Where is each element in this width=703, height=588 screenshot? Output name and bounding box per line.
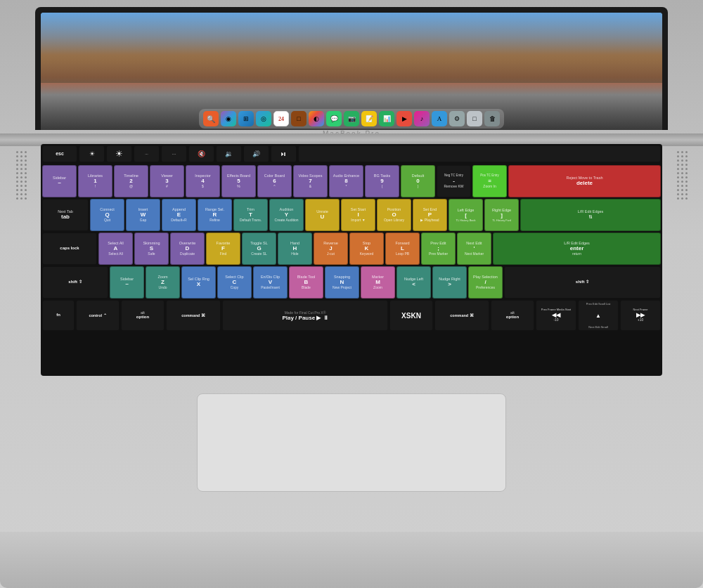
key-5[interactable]: Effects Board 5 %	[221, 165, 256, 197]
dock-icon-photos[interactable]: ◐	[309, 111, 324, 126]
key-slash[interactable]: Play Selection / Preferences	[468, 266, 503, 299]
dock-icon-launchpad[interactable]: ⊞	[238, 111, 254, 126]
speaker-right	[668, 148, 696, 358]
key-esc[interactable]: esc	[42, 145, 77, 162]
key-1[interactable]: Libraries 1 !	[78, 165, 112, 197]
key-l[interactable]: Forward L Loop PB	[385, 233, 420, 265]
key-r[interactable]: Range Sel. R Refine	[198, 199, 232, 231]
key-x[interactable]: Sel Clip Rng X	[181, 266, 216, 299]
trackpad[interactable]	[197, 393, 506, 492]
key-3[interactable]: Viewer 3 #	[150, 165, 184, 197]
key-prev-edit[interactable]: Prev Edit Scroll List ▲ Next Edit Small	[578, 300, 619, 331]
key-prev-frame[interactable]: Prev Frame Media Start ◀◀ -10	[536, 300, 576, 331]
dock-icon-calendar[interactable]: 24	[273, 111, 289, 126]
key-k[interactable]: Stop K Keyword	[349, 233, 384, 265]
screen: 🔍 ◉ ⊞ ◎ 24 □ ◐ 💬 📷 📝 📊 ▶ ♪ A ⚙ □ 🗑	[35, 7, 668, 130]
key-w[interactable]: Insert W Gap	[126, 199, 160, 231]
key-delete[interactable]: Reject Move to Trash delete	[508, 165, 661, 197]
key-d[interactable]: Overwrite D Duplicate	[170, 233, 205, 265]
key-brightness-down[interactable]: ☀	[79, 145, 105, 162]
key-4[interactable]: Inspector 4 $	[186, 165, 220, 197]
key-bracket-right[interactable]: Right Edge ] TL History Fwd	[484, 199, 519, 231]
key-launchpad[interactable]: ····	[161, 145, 187, 162]
key-b[interactable]: Blade Tool B Blade	[289, 266, 323, 299]
key-control[interactable]: control ⌃	[76, 300, 120, 331]
key-p[interactable]: Set End P ▶ Playhead	[413, 199, 447, 231]
dock-icon-finder[interactable]: 🔍	[203, 111, 219, 126]
dock-icon-trash[interactable]: 🗑	[484, 111, 500, 126]
key-e[interactable]: Append E Default+R	[162, 199, 196, 231]
key-spacebar[interactable]: Made for Final Cut Pro X® Play / Pause ▶…	[222, 300, 388, 331]
key-comma[interactable]: Nudge Left <	[396, 266, 431, 299]
key-n[interactable]: Snapping N New Project	[325, 266, 359, 299]
key-tilde[interactable]: Sidebar ~	[42, 165, 77, 197]
key-play-pause-fn[interactable]: ⏯	[271, 145, 297, 162]
speaker-left	[7, 148, 35, 358]
key-vol-down[interactable]: 🔉	[216, 145, 242, 162]
dock-icon-siri[interactable]: ◉	[221, 111, 236, 126]
key-option-left[interactable]: alt option	[121, 300, 165, 331]
dock-icon-appstore[interactable]: A	[432, 111, 447, 126]
key-j[interactable]: Reverse J J-cut	[314, 233, 348, 265]
key-6[interactable]: Color Board 6 ^	[257, 165, 292, 197]
key-tilde-shift[interactable]: Sidebar ~	[110, 266, 144, 299]
key-mute[interactable]: 🔇	[188, 145, 214, 162]
key-bracket-left[interactable]: Left Edge [ TL History Back	[449, 199, 483, 231]
key-enter[interactable]: L/R Edit Edges enter return	[493, 233, 661, 265]
laptop: 🔍 ◉ ⊞ ◎ 24 □ ◐ 💬 📷 📝 📊 ▶ ♪ A ⚙ □ 🗑 MacBo…	[0, 0, 703, 588]
dock-icon-finder2[interactable]: □	[467, 111, 482, 126]
key-9[interactable]: BG Tasks 9 (	[365, 165, 399, 197]
key-7[interactable]: Video Scopes 7 &	[293, 165, 328, 197]
key-touchbar-area	[298, 145, 661, 162]
dock-icon-numbers[interactable]: 📊	[379, 111, 394, 126]
key-semicolon[interactable]: Prev Edit ; Prev Marker	[421, 233, 456, 265]
key-shift-left[interactable]: shift ⇧	[42, 266, 108, 299]
key-8[interactable]: Audio Enhance 8 *	[329, 165, 363, 197]
wallpaper: 🔍 ◉ ⊞ ◎ 24 □ ◐ 💬 📷 📝 📊 ▶ ♪ A ⚙ □ 🗑	[41, 13, 662, 130]
key-g[interactable]: Toggle SL G Create SL	[242, 233, 276, 265]
key-t[interactable]: Trim T Default Trans.	[233, 199, 268, 231]
key-tab[interactable]: Next Tab tab	[42, 199, 89, 231]
key-h[interactable]: Hand H Hide	[278, 233, 312, 265]
key-f[interactable]: Favorite F Find	[206, 233, 240, 265]
key-q[interactable]: Connect Q Quit	[90, 199, 124, 231]
key-z[interactable]: Zoom Z Undo	[146, 266, 180, 299]
dock-icon-notes[interactable]: 📝	[361, 111, 377, 126]
key-command-right[interactable]: command ⌘	[434, 300, 489, 331]
key-shift-right[interactable]: shift ⇧	[504, 266, 661, 299]
dock-icon-messages[interactable]: 💬	[326, 111, 342, 126]
key-quote[interactable]: Next Edit ' Next Marker	[457, 233, 491, 265]
dock-icon-facetime[interactable]: 📷	[344, 111, 359, 126]
key-v[interactable]: En/Dis Clip V Paste/Insert	[253, 266, 288, 299]
key-o[interactable]: Position O Open Library	[377, 199, 411, 231]
dock-icon-item5[interactable]: □	[291, 111, 307, 126]
key-command-left[interactable]: command ⌘	[166, 300, 221, 331]
dock-icon-safari[interactable]: ◎	[256, 111, 271, 126]
key-u[interactable]: Unrate U	[305, 199, 340, 231]
key-m[interactable]: Marker M Zoom	[361, 266, 395, 299]
key-minus[interactable]: Neg TC Entry - Remove KW	[437, 165, 471, 197]
key-backslash[interactable]: L/R Edit Edges \\	[520, 199, 661, 231]
key-period[interactable]: Nudge Right >	[432, 266, 467, 299]
key-0[interactable]: Default 0 )	[401, 165, 435, 197]
key-2[interactable]: Timeline 2 @	[114, 165, 148, 197]
key-equal[interactable]: Pos TC Entry = Zoom In	[472, 165, 507, 197]
key-capslock[interactable]: caps lock	[42, 233, 97, 265]
key-vol-up[interactable]: 🔊	[243, 145, 269, 162]
keyboard-skin: esc ☀ ☀ ··· ···· 🔇 🔉 🔊 ⏯ Sidebar ~ Libra…	[41, 144, 662, 376]
key-mission-control[interactable]: ···	[134, 145, 160, 162]
key-option-right[interactable]: alt option	[491, 300, 534, 331]
dock: 🔍 ◉ ⊞ ◎ 24 □ ◐ 💬 📷 📝 📊 ▶ ♪ A ⚙ □ 🗑	[199, 109, 504, 129]
key-brightness-up[interactable]: ☀	[106, 145, 132, 162]
key-i[interactable]: Set Start I Import ▼	[341, 199, 375, 231]
key-a[interactable]: Select All A Select All	[98, 233, 133, 265]
key-next-frame[interactable]: Next Frame ▶▶ +10	[620, 300, 661, 331]
dock-icon-sysprefs[interactable]: ⚙	[449, 111, 465, 126]
key-y[interactable]: Audition Y Create Audition	[269, 199, 304, 231]
key-xskn-label: XSKN	[389, 300, 433, 331]
dock-icon-itunes[interactable]: ♪	[414, 111, 430, 126]
dock-icon-keynote[interactable]: ▶	[396, 111, 412, 126]
key-fn[interactable]: fn	[42, 300, 75, 331]
key-c[interactable]: Select Clip C Copy	[217, 266, 252, 299]
key-s[interactable]: Skimming S Safe	[134, 233, 169, 265]
